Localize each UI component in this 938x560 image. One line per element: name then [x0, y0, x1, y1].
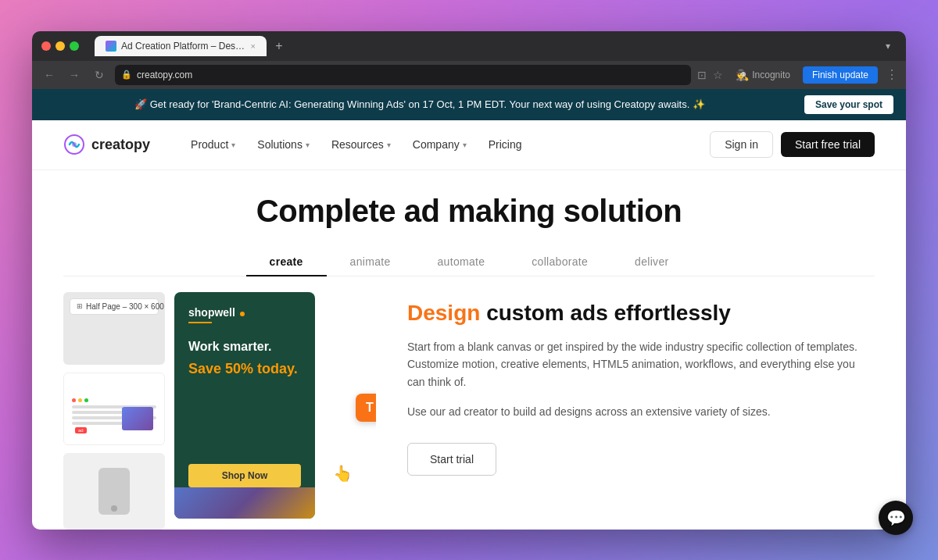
mini-line [72, 411, 123, 414]
toolbar-right: ⊡ ☆ 🕵 Incognito Finish update ⋮ [697, 66, 898, 84]
ad-bottom-image [174, 487, 315, 519]
mini-badge: ad [75, 427, 87, 433]
thumbnail-item-device[interactable] [63, 453, 165, 530]
start-trial-button[interactable]: Start trial [407, 443, 496, 476]
menu-icon[interactable]: ⋮ [886, 67, 898, 82]
tab-title: Ad Creation Platform – Desig… [121, 41, 246, 52]
nav-actions: Sign in Start free trial [710, 131, 875, 158]
main-content: ⊞ Half Page – 300 × 600 px [63, 276, 875, 530]
mini-ad-image [122, 407, 153, 430]
resources-chevron-icon: ▾ [387, 141, 391, 149]
bookmark-icon[interactable]: ☆ [713, 69, 723, 81]
browser-toolbar: ← → ↻ 🔒 creatopy.com ⊡ ☆ 🕵 Incognito Fin… [32, 61, 906, 89]
thumb-mini-content: ad [72, 398, 156, 437]
product-chevron-icon: ▾ [231, 141, 235, 149]
tab-collaborate[interactable]: collaborate [508, 248, 611, 276]
ad-preview-main: shopwell Work smarter. Save 50% today. S… [174, 292, 376, 530]
editor-container: ⊞ Half Page – 300 × 600 px [63, 292, 376, 530]
lock-icon: 🔒 [121, 70, 132, 80]
new-tab-button[interactable]: + [271, 38, 287, 54]
tab-close-icon[interactable]: × [251, 41, 256, 51]
finish-update-button[interactable]: Finish update [803, 66, 878, 84]
logo-area[interactable]: creatopy [63, 134, 150, 155]
maximize-button[interactable] [70, 41, 79, 51]
incognito-button[interactable]: 🕵 Incognito [729, 66, 797, 84]
tab-favicon [106, 41, 116, 52]
address-bar[interactable]: 🔒 creatopy.com [115, 65, 691, 85]
solutions-chevron-icon: ▾ [306, 141, 310, 149]
mini-browser-bar [72, 398, 156, 402]
minimize-button[interactable] [55, 41, 65, 51]
nav-product[interactable]: Product ▾ [181, 134, 245, 155]
page-content: 🚀 Get ready for 'Brand-Centric AI: Gener… [32, 89, 906, 530]
design-keyword: Design [407, 301, 480, 325]
cursor-icon: 👆 [333, 464, 353, 483]
nav-resources[interactable]: Resources ▾ [322, 134, 400, 155]
active-tab[interactable]: Ad Creation Platform – Desig… × [95, 36, 267, 56]
save-spot-button[interactable]: Save your spot [804, 95, 893, 114]
back-button[interactable]: ← [40, 66, 59, 84]
device-shape-icon [98, 468, 130, 515]
mini-line [72, 422, 123, 425]
hero-section: Complete ad making solution create anima… [32, 170, 906, 530]
mini-ad-thumb [122, 407, 153, 430]
design-headline: Design custom ads effortlessly [407, 300, 875, 326]
ad-editor-panel: ⊞ Half Page – 300 × 600 px [63, 292, 376, 530]
close-button[interactable] [41, 41, 51, 51]
traffic-lights [41, 41, 79, 51]
ad-headline: Work smarter. [188, 339, 301, 355]
ad-underline [188, 322, 212, 323]
browser-chrome: Ad Creation Platform – Desig… × + ▾ ← → … [32, 31, 906, 89]
browser-window: Ad Creation Platform – Desig… × + ▾ ← → … [32, 31, 906, 530]
cast-icon[interactable]: ⊡ [697, 69, 707, 81]
description-text-2: Use our ad creator to build ad designs a… [407, 403, 875, 420]
sign-in-button[interactable]: Sign in [710, 131, 773, 158]
browser-tabs: Ad Creation Platform – Desig… × + [95, 36, 879, 56]
description-text-1: Start from a blank canvas or get inspire… [407, 338, 875, 391]
svg-point-1 [72, 142, 77, 147]
tab-deliver[interactable]: deliver [611, 248, 692, 276]
company-chevron-icon: ▾ [463, 141, 467, 149]
banner-text: 🚀 Get ready for 'Brand-Centric AI: Gener… [45, 98, 795, 110]
announcement-banner: 🚀 Get ready for 'Brand-Centric AI: Gener… [32, 89, 906, 120]
size-label: ⊞ Half Page – 300 × 600 px [70, 298, 159, 315]
forward-button[interactable]: → [65, 66, 84, 84]
size-icon: ⊞ [77, 302, 83, 310]
ad-card: shopwell Work smarter. Save 50% today. S… [174, 292, 315, 519]
browser-titlebar: Ad Creation Platform – Desig… × + ▾ [32, 31, 906, 61]
incognito-label: Incognito [752, 70, 790, 80]
feature-tabs: create animate automate collaborate deli… [63, 248, 875, 276]
device-placeholder [63, 453, 165, 530]
right-content: Design custom ads effortlessly Start fro… [407, 292, 875, 530]
site-nav: creatopy Product ▾ Solutions ▾ Resources… [32, 120, 906, 170]
logo-icon [63, 134, 85, 155]
url-text: creatopy.com [137, 70, 192, 80]
thumbnail-item-size[interactable]: ⊞ Half Page – 300 × 600 px [63, 292, 165, 365]
logo-text: creatopy [91, 137, 150, 153]
nav-company[interactable]: Company ▾ [403, 134, 476, 155]
nav-links: Product ▾ Solutions ▾ Resources ▾ Compan… [181, 134, 710, 155]
mini-dot-red [72, 398, 76, 402]
hero-title: Complete ad making solution [63, 194, 875, 229]
start-free-trial-button[interactable]: Start free trial [781, 132, 875, 157]
chat-icon: 💬 [886, 508, 906, 527]
tab-automate[interactable]: automate [414, 248, 509, 276]
mini-dot-green [84, 398, 88, 402]
mini-dot-yellow [78, 398, 82, 402]
ad-shop-button[interactable]: Shop Now [188, 464, 301, 487]
tab-create[interactable]: create [246, 248, 327, 276]
nav-solutions[interactable]: Solutions ▾ [248, 134, 319, 155]
tabs-chevron-icon: ▾ [886, 41, 897, 52]
nav-pricing[interactable]: Pricing [479, 134, 532, 155]
brand-dot [240, 312, 245, 316]
ad-brand: shopwell [188, 306, 301, 319]
tab-animate[interactable]: animate [327, 248, 414, 276]
text-tool-float[interactable]: T [356, 394, 376, 422]
thumbnail-item-browser[interactable]: ad [63, 373, 165, 445]
thumbnail-list: ⊞ Half Page – 300 × 600 px [63, 292, 165, 530]
incognito-icon: 🕵 [736, 69, 749, 81]
refresh-button[interactable]: ↻ [90, 66, 109, 84]
ad-cta-text: Save 50% today. [188, 361, 301, 378]
